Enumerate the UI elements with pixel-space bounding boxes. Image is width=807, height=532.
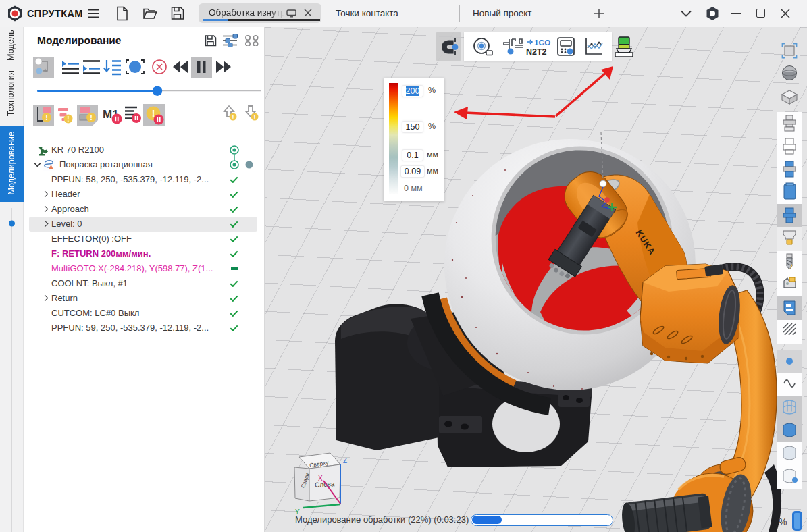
svg-text:!: ! bbox=[90, 113, 93, 122]
svg-text:!: ! bbox=[67, 115, 69, 123]
svg-text:!: ! bbox=[232, 114, 234, 121]
svg-text:1GO: 1GO bbox=[534, 38, 550, 47]
svg-text:N2T2: N2T2 bbox=[526, 47, 547, 57]
svg-text:!: ! bbox=[254, 114, 256, 121]
svg-text:!: ! bbox=[45, 113, 48, 122]
